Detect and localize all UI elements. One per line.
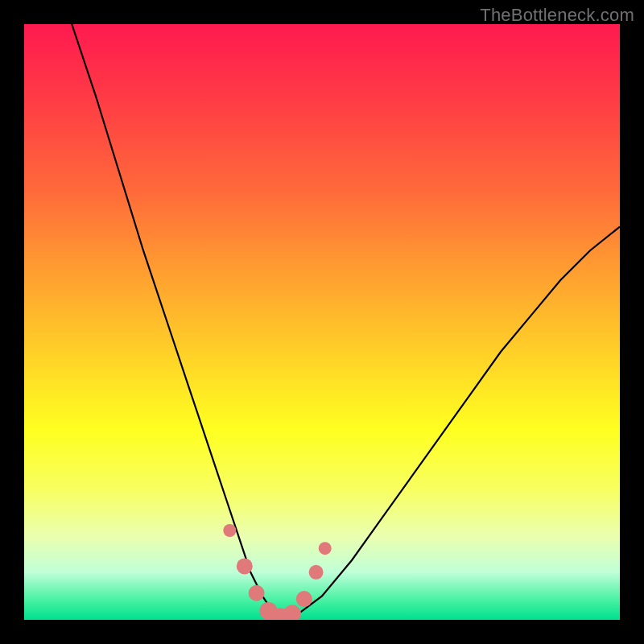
curve-marker — [296, 591, 312, 607]
chart-svg — [24, 24, 620, 620]
curve-marker — [237, 558, 253, 574]
bottleneck-curve — [72, 24, 620, 620]
curve-marker — [249, 585, 265, 601]
chart-frame: TheBottleneck.com — [0, 0, 644, 644]
curve-marker — [283, 605, 301, 620]
curve-marker — [223, 524, 236, 537]
watermark-label: TheBottleneck.com — [480, 5, 634, 26]
curve-marker — [309, 565, 324, 580]
plot-area — [24, 24, 620, 620]
curve-marker — [319, 542, 332, 555]
